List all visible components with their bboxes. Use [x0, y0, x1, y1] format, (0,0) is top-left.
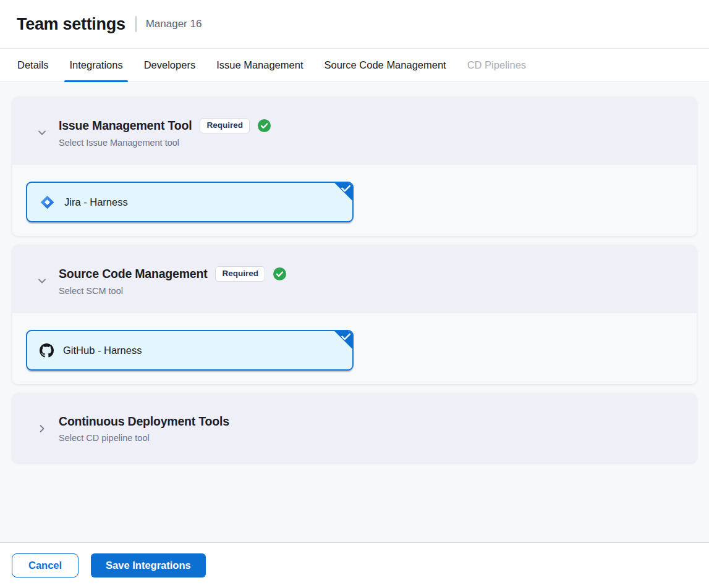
team-name-label: Manager 16 [146, 18, 202, 30]
tool-label: Jira - Harness [64, 196, 128, 208]
corner-check-icon [334, 182, 353, 201]
section-subtitle: Select SCM tool [59, 286, 286, 296]
tool-card-jira[interactable]: Jira - Harness [26, 182, 354, 222]
jira-icon [40, 195, 55, 210]
section-title: Issue Management Tool [59, 119, 192, 133]
cd-tools-section: Continuous Deployment Tools Select CD pi… [12, 393, 697, 463]
issue-management-section-header[interactable]: Issue Management Tool Required Select Is… [12, 97, 697, 165]
required-badge: Required [215, 266, 265, 282]
source-code-management-section: Source Code Management Required Select S… [12, 245, 697, 384]
required-badge: Required [200, 118, 250, 133]
footer-bar: Cancel Save Integrations [0, 542, 709, 588]
tab-bar: Details Integrations Developers Issue Ma… [0, 49, 709, 82]
save-integrations-button[interactable]: Save Integrations [91, 553, 206, 578]
cancel-button[interactable]: Cancel [12, 553, 79, 578]
tab-cd-pipelines[interactable]: CD Pipelines [467, 49, 526, 82]
tab-source-code-management[interactable]: Source Code Management [324, 49, 446, 82]
tab-issue-management[interactable]: Issue Management [216, 49, 303, 82]
tool-card-github[interactable]: GitHub - Harness [26, 330, 354, 371]
section-subtitle: Select Issue Management tool [59, 138, 271, 148]
source-code-management-section-header[interactable]: Source Code Management Required Select S… [12, 245, 697, 313]
title-divider [135, 16, 137, 32]
check-circle-icon [273, 267, 286, 280]
corner-check-icon [334, 330, 353, 350]
section-title: Continuous Deployment Tools [59, 414, 229, 429]
page-header: Team settings Manager 16 [0, 0, 709, 49]
cd-tools-section-header[interactable]: Continuous Deployment Tools Select CD pi… [12, 393, 697, 463]
team-settings-page: Team settings Manager 16 Details Integra… [0, 0, 709, 588]
github-icon [40, 343, 54, 358]
chevron-right-icon[interactable] [37, 424, 47, 434]
page-title: Team settings [17, 15, 125, 34]
check-circle-icon [258, 119, 271, 132]
chevron-down-icon[interactable] [37, 276, 47, 286]
section-title: Source Code Management [59, 267, 207, 281]
issue-management-section: Issue Management Tool Required Select Is… [12, 97, 697, 236]
integrations-content: Issue Management Tool Required Select Is… [0, 82, 709, 542]
tab-details[interactable]: Details [17, 49, 48, 82]
tool-label: GitHub - Harness [63, 345, 142, 356]
chevron-down-icon[interactable] [37, 128, 47, 138]
section-subtitle: Select CD pipeline tool [59, 433, 229, 443]
tab-integrations[interactable]: Integrations [69, 49, 122, 82]
tab-developers[interactable]: Developers [144, 49, 195, 82]
